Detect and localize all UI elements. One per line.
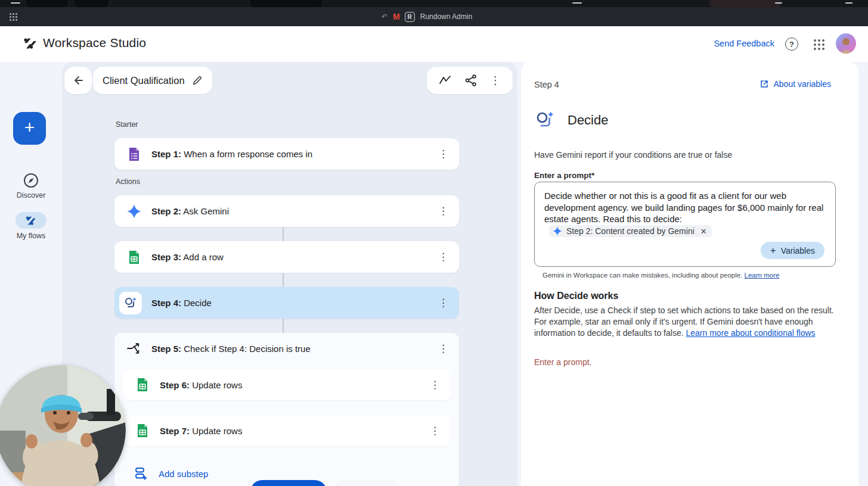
gmail-icon[interactable]: M <box>393 12 399 21</box>
send-feedback-link[interactable]: Send Feedback <box>714 39 774 48</box>
app-header: Workspace Studio Send Feedback ? <box>0 26 868 62</box>
user-avatar[interactable] <box>836 33 856 54</box>
browser-tab-strip <box>0 0 868 7</box>
about-variables-label: About variables <box>773 79 831 89</box>
step-label: Step 3: Add a row <box>151 252 224 262</box>
step-menu-icon[interactable]: ⋮ <box>438 252 448 262</box>
bookmark-label[interactable]: Rundown Admin <box>420 13 472 21</box>
variables-button-label: Variables <box>781 246 815 256</box>
browser-tab[interactable] <box>26 0 68 7</box>
primary-action-button[interactable] <box>250 480 327 486</box>
sidebar-item-my-flows[interactable]: My flows <box>0 212 62 240</box>
step-label: Step 1: When a form response comes in <box>151 149 312 159</box>
google-sheets-icon <box>135 423 150 438</box>
variables-button[interactable]: + Variables <box>761 242 824 259</box>
step-card-4-selected[interactable]: Step 4: Decide ⋮ <box>114 287 459 319</box>
how-decide-works-body: After Decide, use a Check if step to set… <box>534 305 836 339</box>
new-flow-button[interactable]: + <box>13 112 46 145</box>
google-forms-icon <box>126 147 142 162</box>
flow-toolbar: ⋮ <box>427 67 513 94</box>
browser-tab[interactable] <box>250 0 322 7</box>
gemini-icon <box>126 204 142 219</box>
edit-pencil-icon[interactable] <box>192 75 203 86</box>
step-label: Step 5: Check if Step 4: Decision is tru… <box>151 344 311 354</box>
step-label: Step 2: Ask Gemini <box>151 206 229 216</box>
prompt-label: Enter a prompt* <box>534 171 594 180</box>
add-substep-label: Add substep <box>159 469 208 479</box>
flow-title: Client Qualification <box>103 75 185 86</box>
page-title: Workspace Studio <box>43 36 146 50</box>
section-label-starter: Starter <box>116 120 138 129</box>
step-menu-icon[interactable]: ⋮ <box>430 426 440 436</box>
step-label: Step 6: Update rows <box>160 380 242 390</box>
step-card-5[interactable]: Step 5: Check if Step 4: Decision is tru… <box>114 333 459 364</box>
back-arrow-icon <box>72 74 84 86</box>
panel-title: Decide <box>568 113 608 128</box>
flow-title-pill[interactable]: Client Qualification <box>93 67 212 94</box>
connector-line <box>283 227 284 241</box>
help-icon[interactable]: ? <box>785 38 798 51</box>
browser-bookmark-bar: ↶ M R Rundown Admin <box>0 7 868 26</box>
plus-icon: + <box>770 245 776 256</box>
connector-line <box>283 273 284 287</box>
step-card-1[interactable]: Step 1: When a form response comes in ⋮ <box>114 138 459 170</box>
conditional-flows-link[interactable]: Learn more about conditional flows <box>686 328 815 338</box>
sidebar-item-label: Discover <box>0 191 62 200</box>
activity-icon[interactable] <box>439 74 452 87</box>
google-sheets-icon <box>126 250 142 265</box>
add-substep-button[interactable]: Add substep <box>123 466 208 481</box>
tab-dash <box>11 2 20 4</box>
step-card-6[interactable]: Step 6: Update rows ⋮ <box>123 369 451 400</box>
decide-icon <box>534 110 556 131</box>
browser-tab[interactable] <box>75 0 108 7</box>
add-substep-icon <box>134 466 148 481</box>
learn-more-link[interactable]: Learn more <box>745 272 780 279</box>
step-menu-icon[interactable]: ⋮ <box>438 206 448 216</box>
panel-step-label: Step 4 <box>534 80 559 89</box>
step-menu-icon[interactable]: ⋮ <box>438 344 448 354</box>
step-menu-icon[interactable]: ⋮ <box>438 149 448 159</box>
step-card-7[interactable]: Step 7: Update rows ⋮ <box>123 415 451 446</box>
about-variables-link[interactable]: About variables <box>760 79 831 89</box>
step-card-3[interactable]: Step 3: Add a row ⋮ <box>114 241 459 273</box>
prompt-text: Decide whether or not this is a good fit… <box>544 190 829 225</box>
step-label: Step 4: Decide <box>151 298 212 308</box>
tab-dash <box>775 2 782 4</box>
browser-tab[interactable] <box>709 0 781 7</box>
decide-icon <box>123 296 138 310</box>
step-menu-icon[interactable]: ⋮ <box>438 298 448 308</box>
step-label: Step 7: Update rows <box>160 426 242 436</box>
back-button[interactable] <box>64 67 92 94</box>
tab-dash <box>572 2 582 4</box>
decide-icon-tile <box>119 292 142 314</box>
variable-chip[interactable]: Step 2: Content created by Gemini ✕ <box>549 225 712 237</box>
prompt-input[interactable]: Decide whether or not this is a good fit… <box>534 182 836 267</box>
google-sheets-icon <box>135 377 150 392</box>
secondary-action-button[interactable] <box>335 481 401 486</box>
open-in-new-icon <box>760 79 769 89</box>
share-icon[interactable] <box>464 74 478 87</box>
workspace-studio-logo-icon <box>23 36 38 51</box>
step-card-2[interactable]: Step 2: Ask Gemini ⋮ <box>114 195 459 227</box>
step-detail-panel: Step 4 About variables Decide Have Gemin… <box>521 62 858 486</box>
how-decide-works-title: How Decide works <box>534 291 618 301</box>
compass-icon <box>23 173 39 188</box>
my-flows-icon <box>24 214 38 227</box>
more-options-icon[interactable]: ⋮ <box>490 75 501 86</box>
gemini-disclaimer: Gemini in Workspace can make mistakes, i… <box>542 272 779 279</box>
flow-canvas: Client Qualification ⋮ Starter Step 1: W… <box>62 62 517 486</box>
step-group-card: Step 5: Check if Step 4: Decision is tru… <box>114 333 459 486</box>
branch-icon <box>126 341 142 356</box>
sidebar-item-discover[interactable]: Discover <box>0 173 62 200</box>
step-menu-icon[interactable]: ⋮ <box>430 380 440 390</box>
active-pill <box>16 212 46 229</box>
tab-dash <box>845 2 852 4</box>
browser-grid-icon[interactable] <box>10 13 17 21</box>
prompt-error-text: Enter a prompt. <box>534 357 592 367</box>
curved-arrow-icon[interactable]: ↶ <box>382 13 388 21</box>
chip-remove-icon[interactable]: ✕ <box>700 227 707 236</box>
gemini-icon <box>553 226 562 236</box>
apps-grid-icon[interactable] <box>814 39 824 50</box>
connector-line <box>283 319 284 333</box>
panel-description: Have Gemini report if your conditions ar… <box>534 150 732 160</box>
